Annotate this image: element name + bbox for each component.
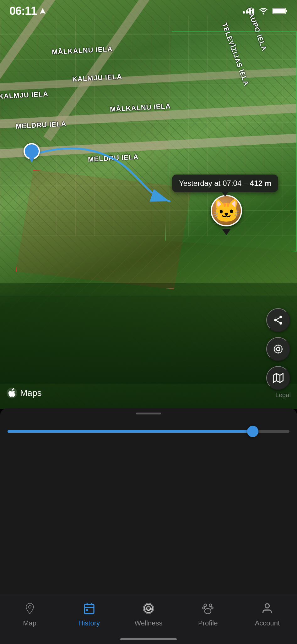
battery-icon bbox=[273, 8, 288, 14]
tracking-path bbox=[19, 138, 188, 242]
apple-logo-icon bbox=[6, 387, 18, 399]
svg-point-7 bbox=[279, 322, 282, 325]
timeline-thumb[interactable] bbox=[247, 426, 258, 437]
svg-point-6 bbox=[274, 319, 277, 322]
svg-point-25 bbox=[204, 604, 207, 607]
wifi-icon bbox=[259, 8, 268, 14]
wellness-tab-label: Wellness bbox=[135, 619, 163, 627]
svg-point-27 bbox=[203, 607, 205, 609]
wellness-tab-icon bbox=[140, 600, 157, 617]
maps-attribution: Maps bbox=[6, 387, 41, 399]
account-tab-label: Account bbox=[255, 619, 280, 627]
map-tab-label: Map bbox=[23, 619, 36, 627]
signal-icon bbox=[243, 8, 254, 14]
svg-rect-1 bbox=[286, 10, 287, 12]
tab-profile[interactable]: Profile bbox=[178, 600, 238, 627]
history-tab-icon bbox=[81, 600, 97, 617]
bottom-panel: Map History bbox=[0, 408, 297, 644]
pet-avatar bbox=[211, 195, 242, 226]
map-icon bbox=[273, 373, 284, 383]
callout-distance: 412 m bbox=[250, 179, 271, 187]
start-location-pin bbox=[24, 143, 40, 159]
tab-map[interactable]: Map bbox=[0, 600, 59, 627]
status-bar: 06:11 bbox=[0, 0, 297, 19]
maps-label: Maps bbox=[20, 388, 41, 398]
pet-location-pin[interactable] bbox=[211, 195, 242, 230]
tab-account[interactable]: Account bbox=[238, 600, 297, 627]
svg-point-23 bbox=[86, 609, 87, 610]
account-tab-icon bbox=[259, 600, 275, 617]
timeline-area bbox=[0, 414, 297, 433]
cat-photo bbox=[212, 196, 241, 225]
share-button[interactable] bbox=[266, 308, 290, 332]
history-tab-label: History bbox=[78, 619, 100, 627]
svg-point-26 bbox=[209, 604, 212, 607]
target-icon bbox=[273, 344, 284, 354]
person-icon bbox=[261, 602, 273, 615]
svg-marker-16 bbox=[273, 374, 283, 382]
map-tab-icon bbox=[22, 600, 38, 617]
clock-display: 06:11 bbox=[9, 4, 37, 18]
action-buttons bbox=[266, 308, 290, 390]
profile-tab-icon bbox=[200, 600, 216, 617]
callout-time: Yesterday at 07:04 – bbox=[179, 179, 250, 187]
svg-rect-2 bbox=[273, 9, 285, 13]
timeline-fill bbox=[8, 430, 253, 433]
svg-point-28 bbox=[211, 607, 213, 609]
map-view[interactable]: KAUPO IELA TELEVĪZIJAS IELA MĀLKALNU IEL… bbox=[0, 0, 297, 409]
map-pin-icon bbox=[24, 602, 36, 615]
svg-line-8 bbox=[277, 321, 280, 323]
tab-history[interactable]: History bbox=[59, 600, 119, 627]
map-type-button[interactable] bbox=[266, 366, 290, 390]
profile-tab-label: Profile bbox=[198, 619, 218, 627]
pin-tail bbox=[222, 229, 231, 235]
svg-point-29 bbox=[265, 604, 269, 608]
tab-bar: Map History bbox=[0, 594, 297, 644]
forest-area bbox=[0, 283, 297, 409]
legal-link[interactable]: Legal bbox=[275, 391, 291, 399]
svg-line-9 bbox=[277, 318, 280, 319]
paw-icon bbox=[202, 602, 214, 615]
wellness-icon bbox=[142, 602, 155, 615]
svg-point-5 bbox=[279, 316, 282, 319]
status-time: 06:11 bbox=[9, 4, 46, 18]
timeline-track[interactable] bbox=[8, 430, 289, 433]
svg-point-10 bbox=[276, 347, 280, 351]
tab-wellness[interactable]: Wellness bbox=[119, 600, 178, 627]
status-icons bbox=[243, 8, 288, 14]
calendar-icon bbox=[83, 602, 95, 615]
home-indicator bbox=[120, 638, 177, 640]
location-button[interactable] bbox=[266, 337, 290, 361]
share-icon bbox=[273, 315, 284, 325]
location-callout: Yesterday at 07:04 – 412 m bbox=[172, 175, 278, 192]
svg-rect-19 bbox=[84, 604, 94, 614]
location-arrow-icon bbox=[39, 8, 46, 14]
